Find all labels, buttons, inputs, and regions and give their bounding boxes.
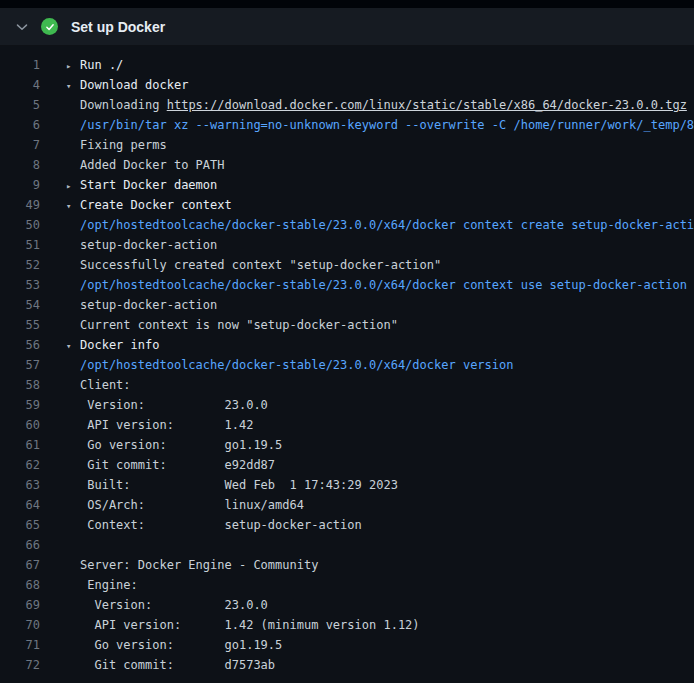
log-group-row[interactable]: 49▾Create Docker context (0, 195, 694, 215)
log-line: 71 Go version: go1.19.5 (0, 635, 694, 655)
line-number-link[interactable]: 53 (0, 275, 52, 295)
log-text: Git commit: e92dd87 (80, 458, 275, 472)
step-title: Set up Docker (71, 19, 165, 35)
log-text: setup-docker-action (80, 238, 217, 252)
line-number-link[interactable]: 54 (0, 295, 52, 315)
log-line: 68 Engine: (0, 575, 694, 595)
line-number-link[interactable]: 69 (0, 595, 52, 615)
line-number-link[interactable]: 68 (0, 575, 52, 595)
line-number-link[interactable]: 49 (0, 195, 52, 215)
log-line: 8Added Docker to PATH (0, 155, 694, 175)
log-line: 51setup-docker-action (0, 235, 694, 255)
log-line: 64 OS/Arch: linux/amd64 (0, 495, 694, 515)
log-line: 69 Version: 23.0.0 (0, 595, 694, 615)
log-line: 62 Git commit: e92dd87 (0, 455, 694, 475)
log-line: 54setup-docker-action (0, 295, 694, 315)
line-number-link[interactable]: 61 (0, 435, 52, 455)
line-number-link[interactable]: 64 (0, 495, 52, 515)
log-line: 70 API version: 1.42 (minimum version 1.… (0, 615, 694, 635)
line-number-link[interactable]: 59 (0, 395, 52, 415)
log-line: 67Server: Docker Engine - Community (0, 555, 694, 575)
line-number-link[interactable]: 65 (0, 515, 52, 535)
log-text: Version: 23.0.0 (80, 398, 268, 412)
page-top-strip (0, 0, 694, 8)
log-text: OS/Arch: linux/amd64 (80, 498, 304, 512)
log-group-row[interactable]: 1▸Run ./ (0, 55, 694, 75)
line-number-link[interactable]: 5 (0, 95, 52, 115)
success-check-icon (41, 18, 58, 35)
log-line: 7Fixing perms (0, 135, 694, 155)
log-text: Server: Docker Engine - Community (80, 558, 318, 572)
log-text: Downloading (80, 98, 167, 112)
log-text: Client: (80, 378, 131, 392)
line-number-link[interactable]: 57 (0, 355, 52, 375)
log-line: 5Downloading https://download.docker.com… (0, 95, 694, 115)
line-number-link[interactable]: 72 (0, 655, 52, 675)
line-number-link[interactable]: 8 (0, 155, 52, 175)
log-text: Built: Wed Feb 1 17:43:29 2023 (80, 478, 398, 492)
line-number-link[interactable]: 4 (0, 75, 52, 95)
log-line: 50/opt/hostedtoolcache/docker-stable/23.… (0, 215, 694, 235)
line-number-link[interactable]: 7 (0, 135, 52, 155)
line-number-link[interactable]: 6 (0, 115, 52, 135)
log-line: 60 API version: 1.42 (0, 415, 694, 435)
log-line: 58Client: (0, 375, 694, 395)
log-text: Fixing perms (80, 138, 167, 152)
line-number-link[interactable]: 70 (0, 615, 52, 635)
line-number-link[interactable]: 1 (0, 55, 52, 75)
group-title: Start Docker daemon (80, 178, 217, 192)
line-number-link[interactable]: 9 (0, 175, 52, 195)
command-text: /usr/bin/tar xz --warning=no-unknown-key… (80, 118, 694, 132)
disclosure-collapsed-icon: ▸ (66, 176, 80, 195)
log-text: Git commit: d7573ab (80, 658, 275, 672)
line-number-link[interactable]: 51 (0, 235, 52, 255)
log-group-row[interactable]: 4▾Download docker (0, 75, 694, 95)
line-number-link[interactable]: 66 (0, 535, 52, 555)
log-text: API version: 1.42 (80, 418, 253, 432)
line-number-link[interactable]: 67 (0, 555, 52, 575)
group-title: Run ./ (80, 58, 123, 72)
disclosure-expanded-icon: ▾ (66, 336, 80, 355)
log-line: 66 (0, 535, 694, 555)
group-title: Docker info (80, 338, 159, 352)
line-number-link[interactable]: 58 (0, 375, 52, 395)
log-line: 61 Go version: go1.19.5 (0, 435, 694, 455)
log-line: 55Current context is now "setup-docker-a… (0, 315, 694, 335)
group-title: Create Docker context (80, 198, 232, 212)
log-url-link[interactable]: https://download.docker.com/linux/static… (167, 98, 687, 112)
line-number-link[interactable]: 71 (0, 635, 52, 655)
log-text: Successfully created context "setup-dock… (80, 258, 441, 272)
log-lines: 1▸Run ./4▾Download docker5Downloading ht… (0, 46, 694, 675)
log-text: Version: 23.0.0 (80, 598, 268, 612)
line-number-link[interactable]: 50 (0, 215, 52, 235)
line-number-link[interactable]: 62 (0, 455, 52, 475)
step-header[interactable]: Set up Docker (0, 8, 694, 46)
log-text: API version: 1.42 (minimum version 1.12) (80, 618, 420, 632)
log-line: 59 Version: 23.0.0 (0, 395, 694, 415)
log-text: Go version: go1.19.5 (80, 438, 282, 452)
line-number-link[interactable]: 60 (0, 415, 52, 435)
log-line: 63 Built: Wed Feb 1 17:43:29 2023 (0, 475, 694, 495)
group-title: Download docker (80, 78, 188, 92)
command-text: /opt/hostedtoolcache/docker-stable/23.0.… (80, 358, 513, 372)
log-group-row[interactable]: 56▾Docker info (0, 335, 694, 355)
log-text: Added Docker to PATH (80, 158, 225, 172)
log-line: 65 Context: setup-docker-action (0, 515, 694, 535)
command-text: /opt/hostedtoolcache/docker-stable/23.0.… (80, 278, 687, 292)
log-text: Current context is now "setup-docker-act… (80, 318, 398, 332)
line-number-link[interactable]: 63 (0, 475, 52, 495)
command-text: /opt/hostedtoolcache/docker-stable/23.0.… (80, 218, 694, 232)
line-number-link[interactable]: 55 (0, 315, 52, 335)
line-number-link[interactable]: 56 (0, 335, 52, 355)
log-text: setup-docker-action (80, 298, 217, 312)
log-line: 57/opt/hostedtoolcache/docker-stable/23.… (0, 355, 694, 375)
disclosure-expanded-icon: ▾ (66, 196, 80, 215)
disclosure-collapsed-icon: ▸ (66, 56, 80, 75)
chevron-down-icon (16, 21, 28, 33)
log-line: 53/opt/hostedtoolcache/docker-stable/23.… (0, 275, 694, 295)
log-group-row[interactable]: 9▸Start Docker daemon (0, 175, 694, 195)
log-line: 6/usr/bin/tar xz --warning=no-unknown-ke… (0, 115, 694, 135)
log-text: Context: setup-docker-action (80, 518, 362, 532)
line-number-link[interactable]: 52 (0, 255, 52, 275)
log-text: Engine: (80, 578, 138, 592)
